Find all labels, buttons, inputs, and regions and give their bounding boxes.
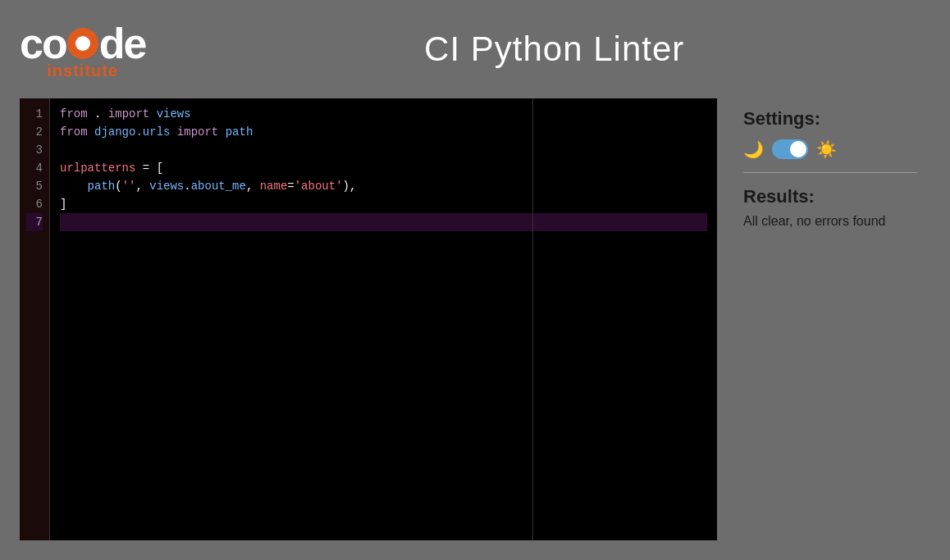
logo-co: co	[20, 19, 66, 68]
code-line-3	[60, 141, 707, 159]
line-number-2: 2	[26, 123, 43, 141]
theme-toggle[interactable]	[772, 139, 808, 159]
results-title: Results:	[743, 186, 917, 207]
settings-row: 🌙 ☀️	[743, 139, 917, 173]
code-line-5: path('', views.about_me, name='about'),	[60, 177, 707, 195]
logo-text: co de	[20, 19, 145, 68]
code-line-2: from django.urls import path	[60, 123, 707, 141]
settings-title: Settings:	[743, 108, 917, 130]
page-title-area: CI Python Linter	[178, 30, 930, 69]
code-line-7	[60, 213, 707, 231]
line-number-3: 3	[26, 141, 43, 159]
line-number-5: 5	[26, 177, 43, 195]
logo-institute: institute	[47, 61, 118, 80]
editor-divider	[532, 98, 533, 540]
line-number-4: 4	[26, 159, 43, 177]
logo-o-inner	[75, 36, 90, 51]
header: co de institute CI Python Linter	[0, 0, 950, 98]
results-message: All clear, no errors found	[743, 214, 917, 229]
logo-area: co de institute	[20, 19, 145, 80]
code-editor[interactable]: 1 2 3 4 5 6 7 from . import views from d…	[20, 98, 717, 540]
line-number-1: 1	[26, 105, 43, 123]
code-line-6: ]	[60, 195, 707, 213]
logo-de: de	[99, 19, 146, 68]
page-title: CI Python Linter	[178, 30, 930, 69]
settings-panel: Settings: 🌙 ☀️ Results: All clear, no er…	[730, 98, 930, 540]
code-line-1: from . import views	[60, 105, 707, 123]
main-content: 1 2 3 4 5 6 7 from . import views from d…	[0, 98, 950, 560]
moon-icon: 🌙	[743, 139, 764, 159]
sun-icon: ☀️	[816, 139, 837, 159]
line-numbers: 1 2 3 4 5 6 7	[20, 98, 50, 540]
line-number-6: 6	[26, 195, 43, 213]
logo-o-icon	[67, 28, 98, 59]
line-number-7: 7	[26, 213, 43, 231]
code-line-4: urlpatterns = [	[60, 159, 707, 177]
toggle-knob	[790, 141, 806, 157]
code-area[interactable]: from . import views from django.urls imp…	[50, 98, 717, 540]
